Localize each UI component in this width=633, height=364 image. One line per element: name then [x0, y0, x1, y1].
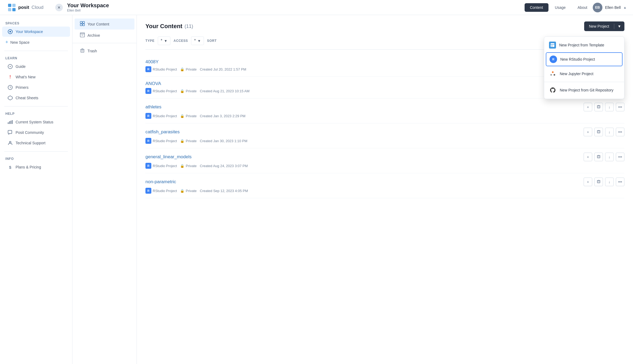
svg-rect-26	[551, 43, 554, 47]
close-sidebar-button[interactable]: ✕	[55, 4, 63, 11]
main-content: Your Content Archive Trash Your Content	[72, 15, 633, 364]
type-badge: R RStudio Project	[145, 138, 177, 144]
archive-icon	[80, 32, 85, 38]
sidebar-item-system-status[interactable]: Current System Status	[2, 117, 70, 127]
download-icon: ↓	[609, 180, 610, 184]
sidebar-divider-3	[4, 151, 68, 152]
item-actions: + ↓ •••	[584, 128, 624, 136]
access-badge: 🔒 Private	[180, 164, 196, 168]
sidebar: Spaces Your Workspace + New Space Learn …	[0, 15, 72, 364]
content-item-header: athletes + ↓	[145, 103, 624, 111]
sidebar-item-cheat-sheets[interactable]: Cheat Sheets	[2, 93, 70, 103]
sidebar-item-posit-community[interactable]: Posit Community	[2, 127, 70, 138]
support-icon	[8, 140, 13, 146]
sidebar-item-plans-pricing[interactable]: $ Plans & Pricing	[2, 162, 70, 172]
add-to-button[interactable]: +	[584, 103, 592, 111]
delete-button[interactable]	[594, 178, 603, 186]
delete-button[interactable]	[594, 128, 603, 136]
lock-icon: 🔒	[180, 164, 184, 168]
delete-button[interactable]	[594, 153, 603, 161]
top-header: posit Cloud ✕ Your Workspace Ellen Bell …	[0, 0, 633, 15]
access-filter-select[interactable]: * ▼	[191, 36, 204, 45]
page-subtitle: Ellen Bell	[67, 9, 525, 12]
svg-rect-12	[10, 121, 11, 124]
download-button[interactable]: ↓	[605, 153, 614, 161]
dropdown-caret-icon[interactable]: ▼	[614, 21, 624, 31]
project-type: RStudio Project	[153, 189, 177, 193]
trash-icon	[80, 48, 85, 54]
content-item-name[interactable]: 4008Y	[145, 59, 159, 65]
sidebar-item-technical-support[interactable]: Technical Support	[2, 138, 70, 148]
item-actions: + ↓ •••	[584, 178, 624, 186]
download-icon: ↓	[609, 155, 610, 159]
svg-rect-17	[83, 21, 85, 23]
logo: posit Cloud	[6, 3, 45, 12]
more-icon: •••	[618, 130, 622, 134]
add-to-button[interactable]: +	[584, 128, 592, 136]
content-item-name[interactable]: catfish_parasites	[145, 129, 180, 135]
content-item: general_linear_models + ↓	[145, 148, 624, 173]
content-item-name[interactable]: general_linear_models	[145, 154, 192, 160]
more-options-button[interactable]: •••	[616, 153, 624, 161]
dropdown-item-git[interactable]: New Project from Git Repository	[544, 83, 624, 97]
sidebar-item-whats-new[interactable]: ! What's New	[2, 72, 70, 82]
left-panel-item-archive[interactable]: Archive	[75, 30, 134, 41]
more-options-button[interactable]: •••	[616, 103, 624, 111]
svg-point-31	[554, 74, 555, 76]
svg-rect-11	[9, 121, 10, 124]
trash-icon	[597, 155, 601, 159]
type-filter-select[interactable]: * ▼	[158, 36, 170, 45]
access-label: Private	[186, 139, 196, 143]
rstudio-icon: R	[550, 56, 557, 63]
content-item-name[interactable]: non-parametric	[145, 179, 176, 185]
download-button[interactable]: ↓	[605, 103, 614, 111]
created-date: Created Jul 20, 2022 1:57 PM	[200, 67, 246, 71]
delete-button[interactable]	[594, 103, 603, 111]
access-badge: 🔒 Private	[180, 89, 196, 93]
add-to-button[interactable]: +	[584, 178, 592, 186]
project-type: RStudio Project	[153, 89, 177, 93]
tab-about[interactable]: About	[572, 3, 593, 12]
add-to-button[interactable]: +	[584, 153, 592, 161]
new-project-button[interactable]: New Project ▼	[584, 21, 624, 31]
sidebar-item-primers[interactable]: Primers	[2, 82, 70, 93]
type-badge: R RStudio Project	[145, 188, 177, 194]
content-item-name[interactable]: ANOVA	[145, 81, 161, 86]
tab-usage[interactable]: Usage	[550, 3, 571, 12]
new-space-button[interactable]: + New Space	[0, 37, 72, 47]
trash-icon	[597, 105, 601, 109]
svg-rect-13	[12, 120, 13, 124]
dropdown-item-label: New RStudio Project	[560, 57, 595, 61]
sidebar-item-guide[interactable]: Guide	[2, 61, 70, 72]
content-item-header: non-parametric + ↓	[145, 178, 624, 186]
svg-rect-41	[597, 181, 600, 183]
content-item-name[interactable]: athletes	[145, 104, 162, 110]
svg-point-15	[9, 141, 11, 143]
dropdown-item-template[interactable]: New Project from Template	[544, 38, 624, 52]
more-options-button[interactable]: •••	[616, 178, 624, 186]
access-badge: 🔒 Private	[180, 139, 196, 143]
svg-rect-14	[8, 130, 12, 134]
left-panel-item-trash[interactable]: Trash	[75, 45, 134, 56]
more-options-button[interactable]: •••	[616, 128, 624, 136]
lock-icon: 🔒	[180, 89, 184, 93]
dropdown-item-jupyter[interactable]: New Jupyter Project	[544, 67, 624, 81]
left-panel-item-your-content[interactable]: Your Content	[75, 19, 134, 30]
download-button[interactable]: ↓	[605, 178, 614, 186]
lock-icon: 🔒	[180, 139, 184, 143]
content-item: athletes + ↓	[145, 98, 624, 123]
sort-filter-label: SORT	[207, 39, 217, 43]
user-menu-chevron-icon[interactable]: ▲	[623, 6, 627, 9]
dropdown-item-rstudio[interactable]: R New RStudio Project	[546, 52, 623, 66]
more-icon: •••	[618, 155, 622, 159]
lock-icon: 🔒	[180, 67, 184, 71]
trash-icon	[597, 180, 601, 184]
tab-content[interactable]: Content	[525, 3, 548, 12]
download-button[interactable]: ↓	[605, 128, 614, 136]
left-panel-item-label: Archive	[87, 33, 100, 38]
add-icon: +	[587, 180, 589, 184]
sidebar-item-your-workspace[interactable]: Your Workspace	[2, 27, 70, 37]
svg-point-29	[552, 71, 554, 73]
svg-rect-1	[12, 4, 16, 7]
content-panel: Your Content (11) New Project ▼	[137, 15, 633, 364]
